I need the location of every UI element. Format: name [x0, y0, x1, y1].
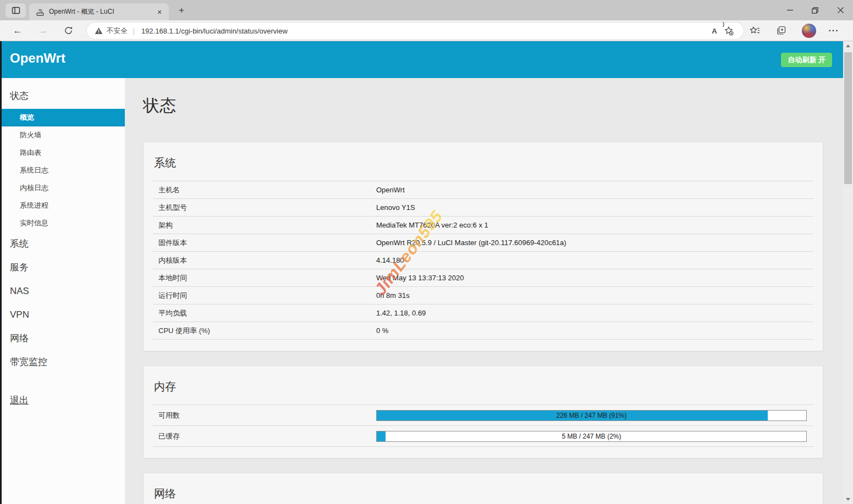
tab-title: OpenWrt - 概览 - LuCI — [49, 7, 155, 16]
read-aloud-letter: A — [712, 27, 717, 35]
scrollbar-down-arrow-icon[interactable] — [846, 498, 850, 501]
not-secure-warning-icon — [95, 27, 103, 35]
row-label: 可用数 — [153, 411, 376, 420]
network-card-title: 网络 — [154, 486, 813, 501]
scrollbar-up-arrow-icon[interactable] — [846, 45, 850, 47]
window-controls — [777, 0, 853, 20]
page-scrollbar[interactable] — [843, 41, 853, 504]
sidebar-group-status[interactable]: 状态 — [0, 87, 125, 106]
forward-button: → — [36, 24, 50, 38]
system-card: 系统 主机名 OpenWrt 主机型号 Lenovo Y1S 架构 MediaT — [143, 142, 823, 351]
table-row-cpu-usage: CPU 使用率 (%) 0 % — [153, 322, 813, 340]
progress-text: 5 MB / 247 MB (2%) — [377, 431, 806, 441]
sidebar-item-firewall[interactable]: 防火墙 — [0, 126, 125, 144]
window-left-edge — [0, 41, 2, 504]
table-row-load: 平均负载 1.42, 1.18, 0.69 — [153, 304, 813, 322]
more-menu-button[interactable]: ··· — [826, 23, 841, 38]
read-aloud-mark: ) — [723, 21, 724, 27]
sidebar-item-realtime-info[interactable]: 实时信息 — [0, 214, 125, 232]
window-close-button[interactable] — [828, 0, 853, 20]
row-label: 主机型号 — [153, 203, 376, 213]
memory-cached-cell: 5 MB / 247 MB (2%) — [376, 431, 813, 442]
memory-cached-progressbar: 5 MB / 247 MB (2%) — [376, 431, 807, 442]
sidebar-item-system[interactable]: 系统 — [0, 232, 125, 256]
row-value: OpenWrt — [376, 186, 813, 194]
brand-logo: OpenWrt — [10, 51, 65, 66]
security-label: 不安全 — [107, 26, 128, 36]
sidebar-item-services[interactable]: 服务 — [0, 256, 125, 279]
address-bar[interactable]: 不安全 | 192.168.1.1/cgi-bin/luci/admin/sta… — [87, 23, 744, 39]
row-label: 已缓存 — [153, 431, 376, 441]
row-label: CPU 使用率 (%) — [153, 326, 376, 336]
sidebar-item-routes[interactable]: 路由表 — [0, 144, 125, 162]
window-minimize-button[interactable] — [777, 0, 802, 20]
sidebar-item-kernel-log[interactable]: 内核日志 — [0, 179, 125, 197]
sidebar-item-overview[interactable]: 概览 — [0, 109, 125, 126]
sidebar-item-bandwidth-monitor[interactable]: 带宽监控 — [0, 350, 125, 374]
network-card: 网络 — [143, 473, 823, 504]
row-value: OpenWrt R20.5.9 / LuCI Master (git-20.11… — [376, 239, 813, 247]
row-label: 固件版本 — [153, 238, 376, 248]
scrollbar-thumb[interactable] — [844, 52, 852, 184]
row-label: 主机名 — [153, 185, 376, 195]
memory-available-progressbar: 226 MB / 247 MB (91%) — [376, 410, 807, 421]
sidebar-item-processes[interactable]: 系统进程 — [0, 197, 125, 214]
autorefresh-toggle-button[interactable]: 自动刷新 开 — [781, 53, 832, 67]
vertical-tabs-icon — [12, 6, 20, 15]
address-separator: | — [133, 27, 135, 35]
tab-close-button[interactable]: × — [155, 7, 164, 17]
row-value: MediaTek MT7620A ver:2 eco:6 x 1 — [376, 221, 813, 229]
row-label: 运行时间 — [153, 291, 376, 301]
browser-tab-strip: OpenWrt - 概览 - LuCI × + — [0, 0, 853, 20]
collections-button[interactable] — [774, 23, 789, 38]
sidebar-item-vpn[interactable]: VPN — [0, 303, 125, 326]
table-row-memory-available: 可用数 226 MB / 247 MB (91%) — [153, 405, 813, 426]
row-label: 本地时间 — [153, 273, 376, 283]
window-restore-button[interactable] — [802, 0, 828, 20]
table-row-model: 主机型号 Lenovo Y1S — [153, 199, 813, 217]
screen: OpenWrt - 概览 - LuCI × + ← → 不安全 — [0, 0, 853, 504]
table-row-localtime: 本地时间 Wed May 13 13:37:13 2020 — [153, 269, 813, 287]
system-table: 主机名 OpenWrt 主机型号 Lenovo Y1S 架构 MediaTek … — [153, 181, 813, 340]
main-content: 状态 系统 主机名 OpenWrt 主机型号 Lenovo Y1S — [125, 78, 843, 504]
memory-card: 内存 可用数 226 MB / 247 MB (91%) — [143, 365, 823, 458]
favorites-button[interactable] — [747, 23, 762, 38]
router-favicon-icon — [36, 8, 45, 16]
row-value: 4.14.180 — [376, 256, 813, 264]
url-text[interactable]: 192.168.1.1/cgi-bin/luci/admin/status/ov… — [141, 27, 707, 35]
sidebar: 状态 概览 防火墙 路由表 系统日志 内核日志 系统进程 实时信息 系统 服务 … — [0, 78, 125, 504]
back-button[interactable]: ← — [10, 24, 25, 38]
vertical-tabs-button[interactable] — [5, 3, 26, 18]
profile-avatar[interactable] — [802, 24, 816, 38]
row-label: 平均负载 — [153, 308, 376, 318]
table-row-memory-cached: 已缓存 5 MB / 247 MB (2%) — [153, 426, 813, 447]
new-tab-button[interactable]: + — [175, 4, 188, 18]
system-card-title: 系统 — [154, 156, 813, 170]
refresh-button[interactable] — [61, 24, 75, 38]
table-row-architecture: 架构 MediaTek MT7620A ver:2 eco:6 x 1 — [153, 217, 813, 234]
sidebar-item-network[interactable]: 网络 — [0, 326, 125, 350]
row-label: 架构 — [153, 220, 376, 230]
page-viewport: OpenWrt 自动刷新 开 状态 概览 防火墙 路由表 系统日志 内核日志 系… — [0, 41, 853, 504]
browser-tab[interactable]: OpenWrt - 概览 - LuCI × — [29, 3, 169, 20]
sidebar-item-system-log[interactable]: 系统日志 — [0, 162, 125, 179]
luci-header: OpenWrt 自动刷新 开 — [0, 41, 843, 78]
page-title: 状态 — [143, 95, 843, 117]
table-row-hostname: 主机名 OpenWrt — [153, 181, 813, 199]
table-row-uptime: 运行时间 0h 8m 31s — [153, 287, 813, 304]
table-row-firmware: 固件版本 OpenWrt R20.5.9 / LuCI Master (git-… — [153, 234, 813, 252]
memory-table: 可用数 226 MB / 247 MB (91%) 已缓存 — [153, 405, 813, 447]
status-submenu: 概览 防火墙 路由表 系统日志 内核日志 系统进程 实时信息 — [0, 109, 125, 232]
row-value: 0 % — [376, 326, 813, 335]
sidebar-item-nas[interactable]: NAS — [0, 279, 125, 303]
memory-available-cell: 226 MB / 247 MB (91%) — [376, 410, 813, 421]
row-value: Wed May 13 13:37:13 2020 — [376, 274, 813, 282]
read-aloud-button[interactable]: A ) — [707, 24, 722, 38]
row-value: 1.42, 1.18, 0.69 — [376, 309, 813, 317]
table-row-kernel: 内核版本 4.14.180 — [153, 252, 813, 269]
logout-link[interactable]: 退出 — [0, 392, 125, 409]
memory-card-title: 内存 — [154, 379, 813, 394]
row-value: Lenovo Y1S — [376, 203, 813, 212]
row-value: 0h 8m 31s — [376, 291, 813, 300]
progress-text: 226 MB / 247 MB (91%) — [377, 411, 806, 420]
